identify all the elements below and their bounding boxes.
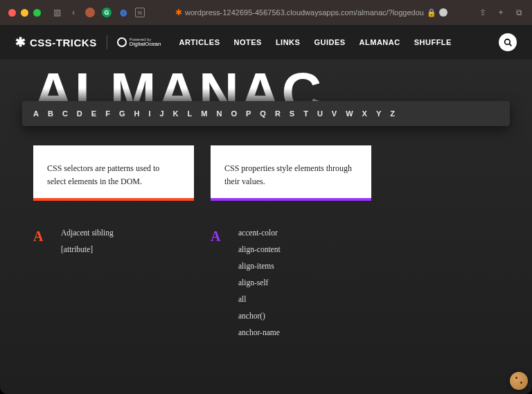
close-window-button[interactable] — [8, 9, 16, 17]
url-text: wordpress-1242695-4567563.cloudwaysapps.… — [185, 8, 424, 17]
alpha-link-u[interactable]: U — [317, 109, 323, 118]
address-bar[interactable]: ✱ wordpress-1242695-4567563.cloudwaysapp… — [150, 8, 472, 17]
alpha-link-j[interactable]: J — [159, 109, 164, 118]
selectors-card-text: CSS selectors are patterns used to selec… — [47, 163, 159, 186]
properties-card[interactable]: CSS properties style elements through th… — [211, 145, 371, 201]
alpha-link-v[interactable]: V — [332, 109, 337, 118]
digitalocean-logo[interactable]: Powered by DigitalOcean — [117, 37, 161, 47]
chevron-left-icon[interactable]: ‹ — [69, 8, 78, 17]
alpha-link-h[interactable]: H — [134, 109, 140, 118]
sidebar-icon[interactable]: ▥ — [52, 8, 62, 17]
svg-line-1 — [509, 44, 511, 46]
selectors-card[interactable]: CSS selectors are patterns used to selec… — [33, 145, 194, 201]
lock-icon: 🔒 — [427, 8, 436, 17]
selectors-list: A Adjacent sibling[attribute] — [33, 229, 194, 337]
chrome-right: ⇪ + ⧉ — [478, 8, 524, 17]
properties-items: accent-coloralign-contentalign-itemsalig… — [238, 229, 371, 337]
window-controls — [8, 9, 41, 17]
selectors-letter: A — [33, 229, 47, 337]
selectors-item[interactable]: [attribute] — [61, 245, 194, 253]
app-window: ✱ CSS-TRICKS Powered by DigitalOcean ART… — [0, 25, 532, 394]
alpha-link-b[interactable]: B — [48, 109, 54, 118]
alpha-nav: ABCDEFGHIJKLMNOPQRSTUVWXYZ — [22, 101, 510, 126]
alpha-link-f[interactable]: F — [105, 109, 111, 118]
digitalocean-text: Powered by DigitalOcean — [130, 37, 161, 47]
alpha-link-q[interactable]: Q — [260, 109, 267, 118]
site-favicon-icon: ✱ — [175, 8, 182, 17]
alpha-link-m[interactable]: M — [201, 109, 208, 118]
alpha-link-o[interactable]: O — [231, 109, 238, 118]
onepassword-icon[interactable]: ◍ — [118, 8, 128, 17]
nav-links[interactable]: LINKS — [276, 38, 301, 46]
alpha-link-k[interactable]: K — [173, 109, 179, 118]
lists-row: A Adjacent sibling[attribute] A accent-c… — [0, 201, 532, 337]
properties-item[interactable]: align-content — [238, 245, 371, 253]
nav-shuffle[interactable]: SHUFFLE — [414, 38, 452, 46]
alpha-link-y[interactable]: Y — [376, 109, 382, 118]
minimize-window-button[interactable] — [21, 9, 28, 17]
notion-icon[interactable]: N — [135, 8, 145, 17]
cookie-consent-icon[interactable] — [510, 372, 528, 390]
alpha-link-l[interactable]: L — [188, 109, 193, 118]
browser-chrome: ▥ ‹ G ◍ N ✱ wordpress-1242695-4567563.cl… — [0, 0, 532, 25]
new-tab-icon[interactable]: + — [496, 8, 506, 17]
nav-notes[interactable]: NOTES — [233, 38, 261, 46]
svg-point-0 — [504, 39, 510, 44]
toolbar-icons: ▥ ‹ G ◍ N — [52, 8, 145, 17]
alpha-link-i[interactable]: I — [148, 109, 151, 118]
properties-item[interactable]: align-items — [238, 262, 371, 270]
alpha-link-s[interactable]: S — [290, 109, 295, 118]
alpha-link-g[interactable]: G — [119, 109, 126, 118]
properties-list: A accent-coloralign-contentalign-itemsal… — [211, 229, 371, 337]
divider — [107, 35, 107, 49]
nav-articles[interactable]: ARTICLES — [179, 38, 220, 46]
logo-text: CSS-TRICKS — [30, 37, 97, 48]
reader-icon[interactable] — [439, 8, 447, 17]
properties-item[interactable]: align-self — [238, 278, 371, 287]
alpha-link-c[interactable]: C — [62, 109, 69, 118]
alpha-link-e[interactable]: E — [91, 109, 97, 118]
alpha-link-p[interactable]: P — [246, 109, 251, 118]
cards-row: CSS selectors are patterns used to selec… — [0, 126, 532, 201]
properties-card-text: CSS properties style elements through th… — [224, 163, 352, 186]
main-nav: ARTICLES NOTES LINKS GUIDES ALMANAC SHUF… — [179, 38, 451, 46]
search-icon — [504, 38, 513, 47]
properties-item[interactable]: all — [238, 295, 371, 303]
nav-almanac[interactable]: ALMANAC — [360, 38, 400, 46]
nav-guides[interactable]: GUIDES — [314, 38, 345, 46]
logo[interactable]: ✱ CSS-TRICKS — [15, 35, 97, 50]
digitalocean-icon — [117, 37, 127, 47]
alpha-link-r[interactable]: R — [275, 109, 281, 118]
asterisk-icon: ✱ — [15, 35, 26, 50]
properties-item[interactable]: accent-color — [238, 229, 371, 237]
selectors-item[interactable]: Adjacent sibling — [61, 229, 194, 237]
properties-letter: A — [211, 229, 224, 337]
alpha-link-t[interactable]: T — [303, 109, 309, 118]
site-header: ✱ CSS-TRICKS Powered by DigitalOcean ART… — [0, 25, 532, 60]
alpha-link-z[interactable]: Z — [390, 109, 396, 118]
alpha-link-a[interactable]: A — [33, 109, 39, 118]
alpha-link-x[interactable]: X — [362, 109, 368, 118]
tabs-icon[interactable]: ⧉ — [514, 8, 524, 17]
properties-item[interactable]: anchor() — [238, 312, 371, 320]
grammarly-icon[interactable]: G — [102, 8, 112, 17]
properties-item[interactable]: anchor-name — [238, 328, 371, 337]
extension-icon[interactable] — [85, 8, 95, 17]
search-button[interactable] — [499, 33, 517, 51]
alpha-link-w[interactable]: W — [346, 109, 353, 118]
share-icon[interactable]: ⇪ — [478, 8, 488, 17]
alpha-link-n[interactable]: N — [216, 109, 222, 118]
maximize-window-button[interactable] — [33, 9, 41, 17]
selectors-items: Adjacent sibling[attribute] — [61, 229, 194, 337]
alpha-link-d[interactable]: D — [77, 109, 83, 118]
